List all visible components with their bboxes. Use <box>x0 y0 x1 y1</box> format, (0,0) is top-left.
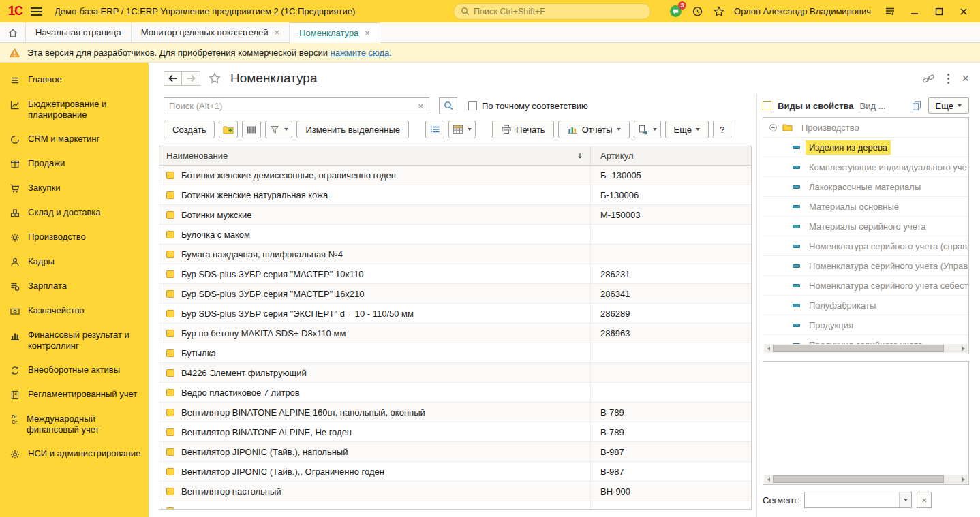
tree-item[interactable]: Изделия из дерева <box>763 138 968 157</box>
table-row[interactable]: Вентилятор BINATONE ALPINE 160вт, наполь… <box>159 403 751 422</box>
history-icon[interactable] <box>688 3 707 20</box>
table-row[interactable]: Вентилятор BINATONE ALPINE, Не годен В-7… <box>159 422 751 442</box>
view-link[interactable]: Вид ... <box>860 101 886 111</box>
barcode-button[interactable] <box>242 121 261 138</box>
close-tab-icon[interactable]: × <box>365 28 370 38</box>
reports-button[interactable]: Отчеты <box>558 121 630 138</box>
tree-item[interactable]: Номенклатура серийного учета (Управ <box>763 256 968 276</box>
table-row[interactable]: Бур по бетону MAKITA SDS+ D8х110 мм 2869… <box>159 324 751 343</box>
table-row[interactable]: Бумага наждачная, шлифовальная №4 <box>159 245 751 264</box>
edit-selected-button[interactable]: Изменить выделенные <box>296 121 409 138</box>
sidebar-item-crm[interactable]: CRM и маркетинг <box>0 127 149 152</box>
notifications-icon[interactable]: 3 <box>666 3 685 20</box>
create-button[interactable]: Создать <box>164 121 215 138</box>
create-based-on-button[interactable] <box>634 121 661 138</box>
table-row[interactable]: Булочка с маком <box>159 225 751 245</box>
sidebar-item-purchasing[interactable]: Закупки <box>0 176 149 201</box>
tree-item[interactable]: Комплектующие индивидуального уче <box>763 157 968 177</box>
table-row[interactable]: В4226 Элемент фильтрующий <box>159 363 751 383</box>
tree-item[interactable]: Лакокрасочные материалы <box>763 177 968 197</box>
list-search-input[interactable] <box>169 101 415 111</box>
dropdown-button[interactable] <box>899 492 911 507</box>
sidebar-item-ifrs[interactable]: Dr Cr Международный финансовый учет <box>0 407 149 442</box>
close-tab-icon[interactable]: × <box>275 27 280 37</box>
sidebar-item-financial-result[interactable]: Финансовый результат и контроллинг <box>0 324 149 358</box>
scroll-right-icon[interactable] <box>959 475 968 484</box>
sidebar-item-production[interactable]: Производство <box>0 225 149 250</box>
table-row[interactable]: Бур SDS-plus ЗУБР серия "МАСТЕР" 10х110 … <box>159 264 751 284</box>
sidebar-item-payroll[interactable]: Зарплата <box>0 275 149 299</box>
list-settings-button[interactable] <box>425 121 444 138</box>
tree-item[interactable]: Материалы основные <box>763 197 968 217</box>
print-button[interactable]: Печать <box>492 121 554 138</box>
home-tab[interactable] <box>0 22 26 42</box>
table-row[interactable]: Вентилятор настольный ВН-900 <box>159 482 751 501</box>
table-row[interactable]: Бур SDS-plus ЗУБР серия "МАСТЕР" 16х210 … <box>159 284 751 304</box>
sidebar-item-sales[interactable]: Продажи <box>0 152 149 176</box>
table-row[interactable]: Ботинки женские демисезонные, ограниченн… <box>159 166 751 185</box>
sidebar-item-budgeting[interactable]: Бюджетирование и планирование <box>0 93 149 127</box>
table-row[interactable]: Вентилятор JIPONIC (Тайв.),, Ограниченно… <box>159 462 751 482</box>
table-row[interactable]: Вентилятор JIPONIC (Тайв.), напольный В-… <box>159 442 751 462</box>
user-menu[interactable]: Орлов Александр Владимирович <box>734 6 871 16</box>
types-checkbox[interactable] <box>763 101 771 110</box>
purchase-link[interactable]: нажмите сюда <box>331 48 390 58</box>
list-search[interactable]: × <box>164 97 429 114</box>
get-link-icon[interactable] <box>922 74 935 84</box>
segment-input[interactable] <box>805 492 899 507</box>
minimize-button[interactable] <box>905 3 924 20</box>
sidebar-item-treasury[interactable]: Казначейство <box>0 299 149 324</box>
scroll-left-icon[interactable] <box>764 344 773 353</box>
column-header-name[interactable]: Наименование <box>159 146 590 165</box>
collapse-icon[interactable] <box>769 124 777 131</box>
sidebar-item-regulated-accounting[interactable]: Регламентированный учет <box>0 383 149 407</box>
scroll-thumb[interactable] <box>773 345 944 352</box>
tree-item[interactable]: Номенклатура серийного учета себест <box>763 276 968 296</box>
global-search-input[interactable] <box>474 7 643 16</box>
clear-search-icon[interactable]: × <box>415 101 426 111</box>
create-group-button[interactable] <box>219 121 238 138</box>
form-settings-button[interactable] <box>448 121 476 138</box>
tree-item[interactable]: Номенклатура серийного учета (справ <box>763 236 968 256</box>
main-menu-icon[interactable] <box>31 7 42 16</box>
table-row[interactable]: Бутылка <box>159 343 751 363</box>
favorites-icon[interactable] <box>709 3 729 20</box>
tree-group-production[interactable]: Производство <box>763 118 968 138</box>
maximize-button[interactable] <box>930 3 949 20</box>
search-button[interactable] <box>439 97 457 114</box>
sidebar-item-fixed-assets[interactable]: Внеоборотные активы <box>0 358 149 383</box>
tab-kpi-monitor[interactable]: Монитор целевых показателей × <box>132 22 290 42</box>
sidebar-item-warehouse[interactable]: Склад и доставка <box>0 201 149 225</box>
tree-horizontal-scrollbar[interactable] <box>764 344 968 353</box>
favorite-star-icon[interactable] <box>209 72 221 84</box>
table-row-partial[interactable] <box>159 501 751 510</box>
scroll-left-icon[interactable] <box>764 475 773 484</box>
service-menu-icon[interactable] <box>881 3 900 20</box>
tab-start-page[interactable]: Начальная страница <box>26 22 132 42</box>
tree-item[interactable]: Продукция <box>763 315 968 335</box>
scroll-thumb[interactable] <box>773 475 944 483</box>
properties-horizontal-scrollbar[interactable] <box>764 475 968 484</box>
forward-button[interactable] <box>182 71 200 86</box>
copy-pages-icon[interactable] <box>911 101 922 111</box>
table-row[interactable]: Ботинки мужские М-150003 <box>159 205 751 225</box>
more-menu-icon[interactable] <box>947 74 949 84</box>
table-row[interactable]: Ботинки женские натуральная кожа Б-13000… <box>159 185 751 205</box>
tree-item[interactable]: Полуфабрикаты <box>763 296 968 315</box>
table-row[interactable]: Ведро пластиковое 7 литров <box>159 383 751 403</box>
close-button[interactable] <box>954 3 973 20</box>
exact-match-checkbox[interactable]: По точному соответствию <box>468 101 588 111</box>
clear-segment-button[interactable]: × <box>917 492 932 508</box>
sidebar-item-nsi-administration[interactable]: НСИ и администрирование <box>0 442 149 467</box>
close-form-icon[interactable]: × <box>962 72 969 84</box>
panel-more-button[interactable]: Еще <box>928 97 969 114</box>
segment-combo[interactable] <box>804 492 912 508</box>
help-button[interactable]: ? <box>713 121 731 138</box>
filter-button[interactable] <box>265 121 292 138</box>
back-button[interactable] <box>164 71 182 86</box>
scroll-right-icon[interactable] <box>959 344 968 353</box>
tab-nomenclature[interactable]: Номенклатура × <box>290 22 380 43</box>
tree-item[interactable]: Материалы серийного учета <box>763 217 968 236</box>
column-header-article[interactable]: Артикул <box>590 146 751 165</box>
table-row[interactable]: Бур SDS-plus ЗУБР серия "ЭКСПЕРТ" d = 10… <box>159 304 751 324</box>
